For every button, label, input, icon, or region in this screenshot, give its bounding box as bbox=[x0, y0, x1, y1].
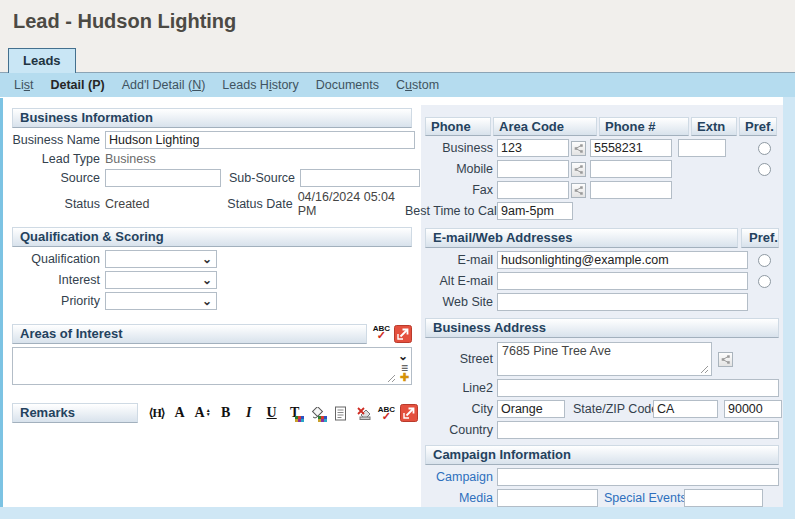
resize-handle-icon[interactable] bbox=[386, 373, 396, 383]
page-source-icon[interactable] bbox=[332, 404, 350, 423]
alt-email-row: Alt E-mail bbox=[425, 272, 779, 290]
fax-area-code-input[interactable] bbox=[497, 181, 569, 199]
street-textarea[interactable]: 7685 Pine Tree Ave bbox=[497, 342, 712, 376]
state-zip-label: State/ZIP Code bbox=[573, 402, 649, 416]
underline-icon[interactable]: U bbox=[263, 404, 281, 423]
subnav-item-custom[interactable]: Custom bbox=[396, 78, 439, 92]
web-site-input[interactable] bbox=[497, 293, 748, 311]
special-events-input[interactable] bbox=[684, 489, 763, 507]
email-pref-radio[interactable] bbox=[758, 254, 771, 267]
subnav-item-detail[interactable]: Detail (P) bbox=[50, 78, 104, 92]
section-header-campaign-information: Campaign Information bbox=[425, 445, 779, 465]
status-label: Status bbox=[12, 197, 100, 211]
line2-row: Line2 bbox=[425, 379, 779, 397]
italic-icon[interactable]: I bbox=[240, 404, 258, 423]
country-row: Country bbox=[425, 421, 779, 439]
email-input[interactable] bbox=[497, 251, 748, 269]
mobile-phone-pref-radio[interactable] bbox=[758, 163, 771, 176]
chevron-down-icon: ⌄ bbox=[202, 254, 212, 264]
street-label: Street bbox=[425, 352, 493, 366]
subnav-item-list[interactable]: List bbox=[14, 78, 33, 92]
address-merge-icon[interactable] bbox=[718, 352, 733, 367]
phone-column-header: Phone bbox=[425, 117, 491, 136]
email-pref-column-header: Pref. bbox=[741, 228, 779, 248]
city-input[interactable] bbox=[497, 400, 565, 418]
alt-email-label: Alt E-mail bbox=[425, 274, 493, 288]
subnav-item-leads-history[interactable]: Leads History bbox=[222, 78, 298, 92]
best-time-to-call-row: Best Time to Call bbox=[425, 202, 779, 220]
city-label: City bbox=[425, 402, 493, 416]
section-header-qualification-scoring: Qualification & Scoring bbox=[12, 227, 412, 247]
remarks-toolbar: ⟨H⟩ A A ▲▼ B I U T bbox=[148, 404, 418, 423]
priority-select[interactable]: ⌄ bbox=[105, 292, 217, 310]
font-icon[interactable]: A bbox=[171, 404, 189, 423]
alt-email-pref-radio[interactable] bbox=[758, 275, 771, 288]
chevron-down-icon: ⌄ bbox=[202, 275, 212, 285]
zip-input[interactable] bbox=[724, 400, 782, 418]
campaign-row: Campaign bbox=[425, 468, 779, 486]
canvas-bottom-strip bbox=[0, 507, 795, 519]
mobile-phone-input[interactable] bbox=[590, 160, 672, 178]
heading-icon[interactable]: ⟨H⟩ bbox=[148, 404, 166, 423]
campaign-input[interactable] bbox=[497, 468, 779, 486]
expand-popup-icon[interactable] bbox=[394, 325, 412, 343]
best-time-to-call-input[interactable] bbox=[497, 202, 573, 220]
media-input[interactable] bbox=[497, 489, 598, 507]
tab-leads[interactable]: Leads bbox=[8, 48, 76, 73]
text-color-icon[interactable]: T bbox=[286, 404, 304, 423]
subnav-item-documents[interactable]: Documents bbox=[316, 78, 379, 92]
page-title: Lead - Hudson Lighting bbox=[0, 0, 795, 33]
media-link-label[interactable]: Media bbox=[425, 491, 493, 505]
country-input[interactable] bbox=[497, 421, 779, 439]
status-date-value: 04/16/2024 05:04 PM bbox=[298, 190, 415, 218]
highlight-color-icon[interactable] bbox=[309, 404, 327, 423]
street-row: Street 7685 Pine Tree Ave bbox=[425, 342, 779, 376]
areas-of-interest-textarea[interactable]: ⌄ ≡ ✚ bbox=[12, 347, 412, 385]
spellcheck-icon[interactable]: ABC ✓ bbox=[378, 406, 395, 420]
business-area-code-input[interactable] bbox=[497, 139, 569, 157]
spellcheck-icon[interactable]: ABC ✓ bbox=[373, 325, 390, 339]
areas-of-interest-header-row: Areas of Interest ABC ✓ bbox=[12, 324, 412, 344]
state-input[interactable] bbox=[653, 400, 718, 418]
business-phone-pref-radio[interactable] bbox=[758, 142, 771, 155]
tab-strip: Leads bbox=[0, 48, 795, 73]
mobile-area-code-input[interactable] bbox=[497, 160, 569, 178]
add-item-icon[interactable]: ✚ bbox=[400, 371, 409, 384]
business-name-label: Business Name bbox=[12, 133, 100, 147]
line2-input[interactable] bbox=[497, 379, 779, 397]
business-extn-input[interactable] bbox=[678, 139, 726, 157]
font-size-icon[interactable]: A ▲▼ bbox=[194, 404, 212, 423]
top-bar: Lead - Hudson Lighting bbox=[0, 0, 795, 48]
source-label: Source bbox=[12, 171, 100, 185]
phone-merge-icon[interactable] bbox=[571, 141, 586, 156]
line2-label: Line2 bbox=[425, 381, 493, 395]
clear-format-icon[interactable] bbox=[355, 404, 373, 423]
remarks-editor[interactable] bbox=[12, 423, 412, 483]
business-name-input[interactable] bbox=[105, 131, 415, 149]
remarks-header-row: Remarks ⟨H⟩ A A ▲▼ B I U T bbox=[12, 403, 418, 423]
priority-row: Priority ⌄ bbox=[12, 292, 415, 310]
phone-merge-icon[interactable] bbox=[571, 162, 586, 177]
campaign-link-label[interactable]: Campaign bbox=[425, 470, 493, 484]
interest-select[interactable]: ⌄ bbox=[105, 271, 217, 289]
fax-label: Fax bbox=[425, 183, 493, 197]
business-phone-input[interactable] bbox=[590, 139, 672, 157]
expand-popup-icon[interactable] bbox=[400, 404, 418, 422]
subnav-item-addl-detail[interactable]: Add'l Detail (N) bbox=[122, 78, 206, 92]
bold-icon[interactable]: B bbox=[217, 404, 235, 423]
phone-merge-icon[interactable] bbox=[571, 183, 586, 198]
resize-handle-icon[interactable] bbox=[699, 364, 709, 374]
chevron-down-icon: ⌄ bbox=[202, 296, 212, 306]
mobile-phone-label: Mobile bbox=[425, 162, 493, 176]
email-section-header-row: E-mail/Web Addresses Pref. bbox=[425, 228, 779, 248]
special-events-link-label[interactable]: Special Events bbox=[604, 491, 680, 505]
sub-source-input[interactable] bbox=[300, 169, 420, 187]
source-input[interactable] bbox=[105, 169, 221, 187]
extn-column-header: Extn bbox=[691, 117, 737, 136]
qualification-select[interactable]: ⌄ bbox=[105, 250, 217, 268]
right-panel: Phone Area Code Phone # Extn Pref. Busin… bbox=[421, 105, 783, 507]
alt-email-input[interactable] bbox=[497, 272, 748, 290]
pref-column-header: Pref. bbox=[739, 117, 777, 136]
canvas-right-strip bbox=[783, 97, 795, 519]
fax-number-input[interactable] bbox=[590, 181, 672, 199]
